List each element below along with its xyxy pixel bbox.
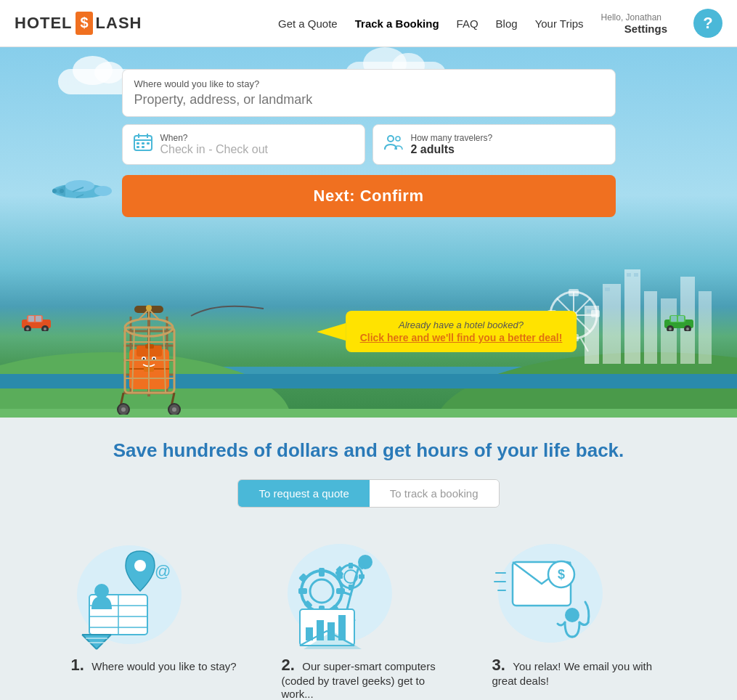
step-3: $ 3. You relax! We email you with great … — [492, 537, 667, 700]
svg-rect-44 — [569, 289, 579, 296]
svg-rect-134 — [349, 585, 353, 590]
nav-your-trips[interactable]: Your Trips — [535, 17, 584, 30]
rope-decoration — [187, 298, 267, 320]
location-input[interactable] — [134, 92, 603, 107]
car-left-decoration — [18, 311, 54, 334]
tab-track-booking[interactable]: To track a booking — [370, 480, 499, 507]
svg-rect-27 — [603, 284, 621, 364]
tagline-text: Save hundreds of dollars and get hours o… — [15, 439, 722, 462]
date-value: Check in - Check out — [160, 143, 269, 156]
content-section: Save hundreds of dollars and get hours o… — [0, 418, 737, 700]
search-details-row: When? Check in - Check out How many trav… — [122, 124, 616, 165]
travelers-content: How many travelers? 2 adults — [411, 133, 493, 156]
travelers-value: 2 adults — [411, 143, 493, 156]
svg-text:@: @ — [155, 562, 171, 580]
svg-marker-113 — [82, 635, 111, 649]
svg-rect-15 — [142, 142, 144, 145]
svg-rect-35 — [605, 288, 610, 291]
tab-request-quote[interactable]: To request a quote — [238, 480, 369, 507]
svg-point-103 — [146, 305, 152, 311]
svg-rect-57 — [36, 316, 41, 322]
svg-point-19 — [388, 136, 394, 142]
svg-rect-125 — [298, 588, 307, 594]
nav-get-a-quote[interactable]: Get a Quote — [278, 17, 338, 30]
logo-icon: $ — [74, 10, 94, 36]
svg-rect-36 — [627, 273, 631, 277]
svg-rect-123 — [319, 568, 325, 577]
svg-point-54 — [26, 327, 29, 330]
svg-rect-14 — [137, 142, 139, 145]
nav-track-a-booking[interactable]: Track a Booking — [355, 17, 439, 30]
location-search-box: Where would you like to stay? — [122, 69, 616, 117]
step-1-icon: @ — [71, 537, 187, 653]
tab-group: To request a quote To track a booking — [237, 479, 499, 508]
svg-point-153 — [565, 608, 579, 622]
svg-rect-46 — [591, 310, 600, 317]
svg-rect-28 — [624, 269, 640, 364]
settings-link[interactable]: Settings — [624, 23, 667, 35]
svg-point-105 — [134, 560, 146, 571]
svg-rect-133 — [349, 563, 353, 569]
svg-rect-18 — [142, 146, 144, 148]
nav-faq[interactable]: FAQ — [457, 17, 479, 30]
svg-rect-126 — [336, 588, 345, 594]
step-2-icon — [282, 537, 398, 653]
svg-rect-65 — [678, 316, 684, 322]
step-1-number: 1. — [71, 656, 84, 674]
svg-rect-136 — [359, 574, 365, 579]
travelers-box[interactable]: How many travelers? 2 adults — [372, 124, 616, 165]
svg-point-9 — [60, 189, 64, 193]
calendar-icon — [133, 132, 153, 157]
logo-text-right: LASH — [96, 14, 142, 33]
airplane-decoration — [44, 178, 116, 206]
callout-text: Already have a hotel booked? — [360, 320, 563, 330]
luggage-cart-decoration — [109, 302, 189, 418]
location-label: Where would you like to stay? — [134, 78, 603, 89]
travelers-label: How many travelers? — [411, 133, 493, 143]
search-form-container: Where would you like to stay? — [107, 69, 630, 217]
car-right-decoration — [661, 311, 697, 334]
svg-rect-135 — [337, 574, 343, 579]
svg-rect-64 — [671, 316, 677, 322]
svg-rect-16 — [147, 142, 150, 145]
svg-point-8 — [52, 189, 57, 193]
confirm-button[interactable]: Next: Confirm — [122, 175, 616, 217]
svg-point-73 — [172, 407, 176, 412]
callout-bubble: Already have a hotel booked? Click here … — [346, 311, 577, 352]
step-2-content: 2. Our super-smart computers (coded by t… — [282, 656, 456, 700]
svg-point-62 — [669, 327, 672, 330]
callout-link[interactable]: Click here and we'll find you a better d… — [360, 332, 563, 343]
step-3-content: 3. You relax! We email you with great de… — [492, 656, 667, 688]
logo: HOTEL $ LASH — [15, 10, 142, 36]
step-1: @ 1. Where would you like to stay? — [71, 537, 245, 700]
logo-text-left: HOTEL — [15, 14, 73, 33]
step-3-text: You relax! We email you with great deals… — [492, 660, 653, 687]
header: HOTEL $ LASH Get a Quote Track a Booking… — [0, 0, 737, 47]
svg-text:$: $ — [557, 567, 564, 582]
user-greeting: Hello, Jonathan — [601, 12, 661, 23]
step-2-number: 2. — [282, 656, 295, 674]
svg-point-5 — [65, 180, 94, 192]
svg-rect-29 — [644, 291, 657, 364]
date-picker-box[interactable]: When? Check in - Check out — [122, 124, 365, 165]
step-2-text: Our super-smart computers (coded by trav… — [282, 660, 436, 700]
svg-text:$: $ — [80, 15, 88, 30]
steps-container: @ 1. Where would you like to stay? — [42, 537, 696, 700]
step-3-number: 3. — [492, 656, 505, 674]
help-button[interactable]: ? — [693, 9, 722, 38]
svg-point-72 — [121, 407, 126, 412]
hero-section: Where would you like to stay? — [0, 47, 737, 418]
step-1-content: 1. Where would you like to stay? — [71, 656, 245, 675]
svg-rect-32 — [699, 291, 712, 364]
nav-blog[interactable]: Blog — [496, 17, 518, 30]
date-content: When? Check in - Check out — [160, 133, 269, 156]
svg-rect-56 — [28, 316, 34, 322]
svg-rect-17 — [137, 146, 139, 148]
step-3-icon: $ — [492, 537, 608, 653]
main-nav: Get a Quote Track a Booking FAQ Blog You… — [278, 9, 722, 38]
step-2: 2. Our super-smart computers (coded by t… — [282, 537, 456, 700]
step-1-text: Where would you like to stay? — [91, 660, 236, 672]
svg-point-20 — [396, 137, 400, 141]
callout-wrapper: Already have a hotel booked? Click here … — [346, 311, 577, 352]
svg-line-49 — [581, 338, 588, 351]
